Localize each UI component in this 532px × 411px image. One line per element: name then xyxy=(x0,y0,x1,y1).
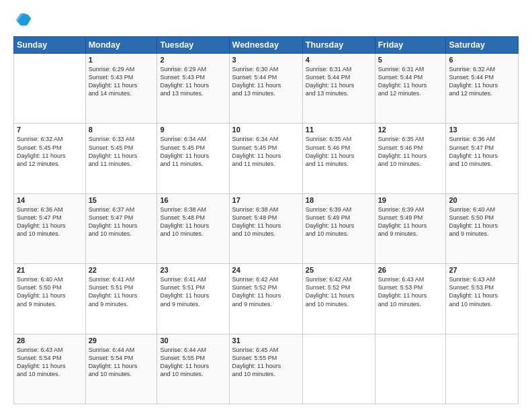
day-number: 3 xyxy=(232,56,300,64)
weekday-friday: Friday xyxy=(375,37,446,54)
calendar-cell xyxy=(14,54,86,124)
day-number: 2 xyxy=(160,56,226,64)
cell-info: Sunrise: 6:43 AM Sunset: 5:53 PM Dayligh… xyxy=(449,275,515,308)
cell-info: Sunrise: 6:35 AM Sunset: 5:46 PM Dayligh… xyxy=(306,135,372,168)
day-number: 31 xyxy=(232,336,300,345)
cell-info: Sunrise: 6:39 AM Sunset: 5:49 PM Dayligh… xyxy=(306,205,372,238)
day-number: 9 xyxy=(160,126,226,134)
weekday-tuesday: Tuesday xyxy=(157,37,229,54)
cell-info: Sunrise: 6:36 AM Sunset: 5:47 PM Dayligh… xyxy=(17,205,83,238)
cell-info: Sunrise: 6:40 AM Sunset: 5:50 PM Dayligh… xyxy=(449,205,515,238)
cell-info: Sunrise: 6:29 AM Sunset: 5:43 PM Dayligh… xyxy=(89,65,154,98)
day-number: 12 xyxy=(378,126,443,134)
day-number: 15 xyxy=(89,196,154,204)
cell-info: Sunrise: 6:39 AM Sunset: 5:49 PM Dayligh… xyxy=(378,205,443,238)
day-number: 4 xyxy=(306,56,372,64)
week-row-5: 28Sunrise: 6:43 AM Sunset: 5:54 PM Dayli… xyxy=(14,334,519,404)
day-number: 16 xyxy=(160,196,226,204)
cell-info: Sunrise: 6:36 AM Sunset: 5:47 PM Dayligh… xyxy=(449,135,515,168)
calendar-cell: 6Sunrise: 6:32 AM Sunset: 5:44 PM Daylig… xyxy=(446,54,519,124)
day-number: 27 xyxy=(449,266,515,274)
day-number: 22 xyxy=(89,266,154,274)
calendar-cell: 4Sunrise: 6:31 AM Sunset: 5:44 PM Daylig… xyxy=(302,54,375,124)
calendar-cell: 5Sunrise: 6:31 AM Sunset: 5:44 PM Daylig… xyxy=(375,54,446,124)
weekday-wednesday: Wednesday xyxy=(229,37,302,54)
cell-info: Sunrise: 6:29 AM Sunset: 5:43 PM Dayligh… xyxy=(160,65,226,98)
calendar-cell xyxy=(446,334,519,404)
calendar-cell: 12Sunrise: 6:35 AM Sunset: 5:46 PM Dayli… xyxy=(375,124,446,193)
cell-info: Sunrise: 6:37 AM Sunset: 5:47 PM Dayligh… xyxy=(89,205,154,238)
cell-info: Sunrise: 6:30 AM Sunset: 5:44 PM Dayligh… xyxy=(232,65,300,98)
calendar-cell: 13Sunrise: 6:36 AM Sunset: 5:47 PM Dayli… xyxy=(446,124,519,193)
day-number: 14 xyxy=(17,196,83,204)
logo-icon xyxy=(13,11,32,30)
day-number: 23 xyxy=(160,266,226,274)
calendar-cell: 23Sunrise: 6:41 AM Sunset: 5:51 PM Dayli… xyxy=(157,264,229,334)
calendar-cell: 7Sunrise: 6:32 AM Sunset: 5:45 PM Daylig… xyxy=(14,124,86,193)
calendar-cell: 17Sunrise: 6:38 AM Sunset: 5:48 PM Dayli… xyxy=(229,193,302,263)
calendar-cell xyxy=(375,334,446,404)
calendar-cell: 26Sunrise: 6:43 AM Sunset: 5:53 PM Dayli… xyxy=(375,264,446,334)
calendar-cell: 3Sunrise: 6:30 AM Sunset: 5:44 PM Daylig… xyxy=(229,54,302,124)
calendar-cell: 25Sunrise: 6:42 AM Sunset: 5:52 PM Dayli… xyxy=(302,264,375,334)
day-number: 29 xyxy=(89,336,154,345)
day-number: 1 xyxy=(89,56,154,64)
cell-info: Sunrise: 6:43 AM Sunset: 5:54 PM Dayligh… xyxy=(17,346,83,379)
calendar-cell: 22Sunrise: 6:41 AM Sunset: 5:51 PM Dayli… xyxy=(85,264,157,334)
calendar-cell: 30Sunrise: 6:44 AM Sunset: 5:55 PM Dayli… xyxy=(157,334,229,404)
calendar-cell: 1Sunrise: 6:29 AM Sunset: 5:43 PM Daylig… xyxy=(85,54,157,124)
cell-info: Sunrise: 6:44 AM Sunset: 5:54 PM Dayligh… xyxy=(89,346,154,379)
calendar-cell: 28Sunrise: 6:43 AM Sunset: 5:54 PM Dayli… xyxy=(14,334,86,404)
calendar-cell: 9Sunrise: 6:34 AM Sunset: 5:45 PM Daylig… xyxy=(157,124,229,193)
day-number: 26 xyxy=(378,266,443,274)
cell-info: Sunrise: 6:40 AM Sunset: 5:50 PM Dayligh… xyxy=(17,275,83,308)
day-number: 17 xyxy=(232,196,300,204)
cell-info: Sunrise: 6:34 AM Sunset: 5:45 PM Dayligh… xyxy=(232,135,300,168)
cell-info: Sunrise: 6:31 AM Sunset: 5:44 PM Dayligh… xyxy=(306,65,372,98)
day-number: 7 xyxy=(17,126,83,134)
day-number: 10 xyxy=(232,126,300,134)
header xyxy=(13,11,519,30)
day-number: 19 xyxy=(378,196,443,204)
cell-info: Sunrise: 6:41 AM Sunset: 5:51 PM Dayligh… xyxy=(89,275,154,308)
cell-info: Sunrise: 6:42 AM Sunset: 5:52 PM Dayligh… xyxy=(306,275,372,308)
cell-info: Sunrise: 6:33 AM Sunset: 5:45 PM Dayligh… xyxy=(89,135,154,168)
day-number: 8 xyxy=(89,126,154,134)
calendar-cell: 18Sunrise: 6:39 AM Sunset: 5:49 PM Dayli… xyxy=(302,193,375,263)
calendar-cell: 10Sunrise: 6:34 AM Sunset: 5:45 PM Dayli… xyxy=(229,124,302,193)
calendar-cell: 15Sunrise: 6:37 AM Sunset: 5:47 PM Dayli… xyxy=(85,193,157,263)
page: SundayMondayTuesdayWednesdayThursdayFrid… xyxy=(0,0,532,411)
cell-info: Sunrise: 6:32 AM Sunset: 5:45 PM Dayligh… xyxy=(17,135,83,168)
day-number: 13 xyxy=(449,126,515,134)
day-number: 5 xyxy=(378,56,443,64)
calendar-cell: 14Sunrise: 6:36 AM Sunset: 5:47 PM Dayli… xyxy=(14,193,86,263)
day-number: 6 xyxy=(449,56,515,64)
week-row-3: 14Sunrise: 6:36 AM Sunset: 5:47 PM Dayli… xyxy=(14,193,519,263)
calendar-cell: 27Sunrise: 6:43 AM Sunset: 5:53 PM Dayli… xyxy=(446,264,519,334)
calendar-cell: 24Sunrise: 6:42 AM Sunset: 5:52 PM Dayli… xyxy=(229,264,302,334)
cell-info: Sunrise: 6:31 AM Sunset: 5:44 PM Dayligh… xyxy=(378,65,443,98)
day-number: 24 xyxy=(232,266,300,274)
cell-info: Sunrise: 6:44 AM Sunset: 5:55 PM Dayligh… xyxy=(160,346,226,379)
calendar-cell: 19Sunrise: 6:39 AM Sunset: 5:49 PM Dayli… xyxy=(375,193,446,263)
weekday-sunday: Sunday xyxy=(14,37,86,54)
day-number: 25 xyxy=(306,266,372,274)
weekday-thursday: Thursday xyxy=(302,37,375,54)
week-row-4: 21Sunrise: 6:40 AM Sunset: 5:50 PM Dayli… xyxy=(14,264,519,334)
day-number: 20 xyxy=(449,196,515,204)
cell-info: Sunrise: 6:38 AM Sunset: 5:48 PM Dayligh… xyxy=(160,205,226,238)
day-number: 28 xyxy=(17,336,83,345)
cell-info: Sunrise: 6:43 AM Sunset: 5:53 PM Dayligh… xyxy=(378,275,443,308)
calendar-cell: 2Sunrise: 6:29 AM Sunset: 5:43 PM Daylig… xyxy=(157,54,229,124)
cell-info: Sunrise: 6:41 AM Sunset: 5:51 PM Dayligh… xyxy=(160,275,226,308)
weekday-header-row: SundayMondayTuesdayWednesdayThursdayFrid… xyxy=(14,37,519,54)
calendar-cell: 20Sunrise: 6:40 AM Sunset: 5:50 PM Dayli… xyxy=(446,193,519,263)
calendar-cell: 8Sunrise: 6:33 AM Sunset: 5:45 PM Daylig… xyxy=(85,124,157,193)
logo xyxy=(13,11,35,30)
cell-info: Sunrise: 6:42 AM Sunset: 5:52 PM Dayligh… xyxy=(232,275,300,308)
weekday-saturday: Saturday xyxy=(446,37,519,54)
weekday-monday: Monday xyxy=(85,37,157,54)
day-number: 18 xyxy=(306,196,372,204)
cell-info: Sunrise: 6:34 AM Sunset: 5:45 PM Dayligh… xyxy=(160,135,226,168)
week-row-2: 7Sunrise: 6:32 AM Sunset: 5:45 PM Daylig… xyxy=(14,124,519,193)
